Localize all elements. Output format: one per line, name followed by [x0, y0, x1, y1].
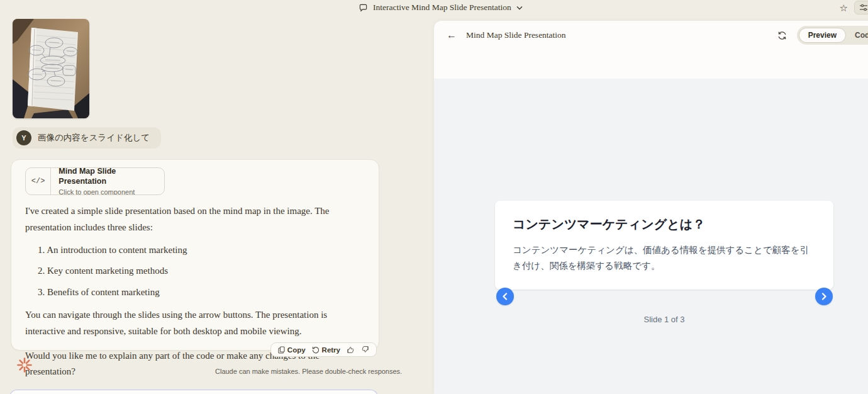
artifact-title: Mind Map Slide Presentation — [466, 30, 566, 40]
disclaimer-text: Claude can make mistakes. Please double-… — [215, 368, 402, 375]
artifact-preview-area: コンテンツマーケティングとは？ コンテンツマーケティングは、価値ある情報を提供す… — [434, 79, 868, 394]
retry-button[interactable]: Retry — [310, 346, 342, 354]
star-icon[interactable]: ☆ — [840, 3, 848, 13]
refresh-icon[interactable] — [777, 31, 787, 40]
claude-logo-icon[interactable] — [16, 357, 33, 373]
tab-code[interactable]: Code — [846, 28, 868, 42]
artifact-card-title: Mind Map Slide Presentation — [58, 167, 157, 187]
conversation-title-menu[interactable]: Interactive Mind Map Slide Presentation — [359, 0, 523, 15]
list-item: 3. Benefits of content marketing — [25, 285, 366, 300]
back-arrow-icon[interactable]: ← — [447, 30, 457, 40]
user-message-row: Y 画像の内容をスライド化して — [13, 127, 161, 149]
code-artifact-icon: </> — [26, 168, 51, 194]
slide-counter: Slide 1 of 3 — [495, 315, 833, 324]
thumbs-down-icon[interactable] — [359, 346, 371, 354]
list-item: 1. An introduction to content marketing — [25, 243, 366, 257]
chat-bubble-icon — [359, 3, 368, 13]
message-action-bar: Copy Retry — [270, 342, 377, 357]
retry-label: Retry — [322, 346, 340, 354]
user-message-bubble: Y 画像の内容をスライド化して — [13, 127, 161, 149]
artifact-header: ← Mind Map Slide Presentation Preview Co… — [434, 21, 868, 50]
artifact-card[interactable]: </> Mind Map Slide Presentation Click to… — [25, 167, 165, 195]
artifact-panel: ← Mind Map Slide Presentation Preview Co… — [434, 21, 868, 394]
settings-sliders-icon[interactable] — [854, 1, 868, 14]
list-item: 2. Key content marketing methods — [25, 264, 366, 278]
slide-body: コンテンツマーケティングは、価値ある情報を提供することで顧客を引き付け、関係を構… — [513, 242, 816, 274]
response-intro: I've created a simple slide presentation… — [25, 203, 366, 236]
top-bar: Interactive Mind Map Slide Presentation … — [0, 0, 868, 15]
tab-preview[interactable]: Preview — [799, 28, 846, 43]
slide-card: コンテンツマーケティングとは？ コンテンツマーケティングは、価値ある情報を提供す… — [495, 201, 833, 290]
slide-heading: コンテンツマーケティングとは？ — [513, 216, 816, 233]
response-navigate-paragraph: You can navigate through the slides usin… — [25, 307, 366, 340]
conversation-title: Interactive Mind Map Slide Presentation — [373, 3, 511, 13]
copy-button[interactable]: Copy — [276, 346, 308, 354]
chat-input[interactable] — [9, 390, 378, 394]
view-toggle: Preview Code — [797, 26, 868, 45]
chevron-down-icon — [516, 6, 523, 10]
slide-list: 1. An introduction to content marketing … — [25, 243, 366, 300]
next-slide-button[interactable] — [815, 288, 833, 305]
user-avatar: Y — [16, 130, 31, 145]
previous-slide-button[interactable] — [496, 288, 514, 305]
uploaded-notebook-image[interactable] — [13, 19, 89, 118]
user-message-text: 画像の内容をスライド化して — [38, 132, 150, 144]
thumbs-up-icon[interactable] — [345, 346, 357, 354]
copy-label: Copy — [287, 346, 306, 354]
artifact-card-subtitle: Click to open component — [58, 188, 157, 195]
assistant-message: </> Mind Map Slide Presentation Click to… — [11, 159, 379, 351]
